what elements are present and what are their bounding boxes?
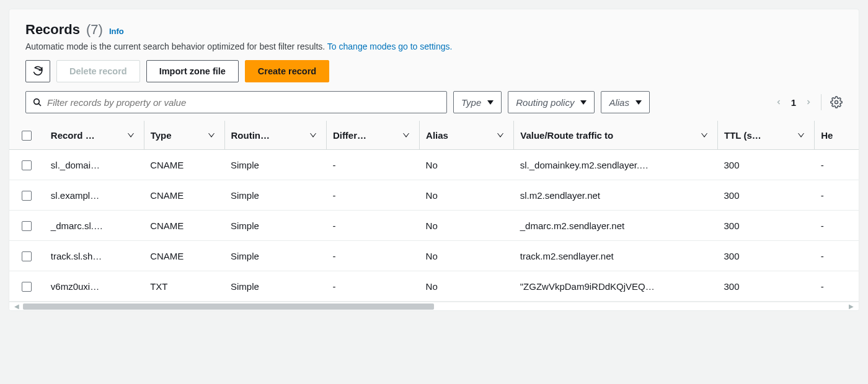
chevron-down-icon <box>487 100 494 105</box>
col-ttl[interactable]: TTL (s… <box>718 121 815 150</box>
row-checkbox[interactable] <box>22 282 32 292</box>
cell-alias: No <box>420 241 514 271</box>
refresh-icon <box>32 66 43 77</box>
svg-point-2 <box>835 101 838 104</box>
filter-icon <box>403 133 409 137</box>
row-checkbox[interactable] <box>22 160 32 170</box>
subtitle-text: Automatic mode is the current search beh… <box>25 41 327 51</box>
cell-differentiator: - <box>326 180 419 211</box>
cell-differentiator: - <box>326 271 419 302</box>
cell-routing: Simple <box>224 211 326 241</box>
title-row: Records (7) Info <box>25 22 843 38</box>
cell-health: - <box>815 211 859 241</box>
table-row[interactable]: _dmarc.sl.…CNAMESimple-No_dmarc.m2.sendl… <box>9 211 859 241</box>
cell-routing: Simple <box>224 271 326 302</box>
cell-value: track.m2.sendlayer.net <box>514 241 718 271</box>
cell-alias: No <box>420 271 514 302</box>
actions-row: Delete record Import zone file Create re… <box>25 60 843 82</box>
type-filter-label: Type <box>461 97 481 108</box>
table-body: sl._domai…CNAMESimple-Nosl._domainkey.m2… <box>9 150 859 302</box>
search-input[interactable] <box>47 97 440 108</box>
cell-record-name: sl.exampl… <box>45 180 144 211</box>
chevron-down-icon <box>580 100 587 105</box>
cell-record-name: track.sl.sh… <box>45 241 144 271</box>
delete-record-button: Delete record <box>56 60 140 82</box>
cell-type: TXT <box>144 271 224 302</box>
chevron-left-icon <box>775 97 782 108</box>
table-row[interactable]: sl._domai…CNAMESimple-Nosl._domainkey.m2… <box>9 150 859 180</box>
col-differentiator[interactable]: Differ… <box>326 121 419 150</box>
settings-button[interactable] <box>830 96 843 108</box>
subtitle: Automatic mode is the current search beh… <box>25 41 843 51</box>
type-filter[interactable]: Type <box>453 91 502 113</box>
search-box[interactable] <box>25 91 447 113</box>
cell-health: - <box>815 180 859 211</box>
col-health[interactable]: He <box>815 121 859 150</box>
scroll-left-icon: ◀ <box>14 303 20 310</box>
cell-ttl: 300 <box>718 271 815 302</box>
scrollbar-thumb[interactable] <box>23 303 434 310</box>
table-header-row: Record … Type Routin… Differ… Alias Valu… <box>9 121 859 150</box>
table-container: Record … Type Routin… Differ… Alias Valu… <box>9 121 859 302</box>
cell-type: CNAME <box>144 180 224 211</box>
table-row[interactable]: sl.exampl…CNAMESimple-Nosl.m2.sendlayer.… <box>9 180 859 211</box>
cell-ttl: 300 <box>718 180 815 211</box>
page-number: 1 <box>791 97 796 108</box>
cell-type: CNAME <box>144 211 224 241</box>
settings-link[interactable]: To change modes go to settings. <box>327 41 453 51</box>
cell-alias: No <box>420 150 514 180</box>
divider <box>821 94 822 110</box>
record-count: (7) <box>86 22 103 38</box>
filter-icon <box>128 133 134 137</box>
alias-filter-label: Alias <box>609 97 629 108</box>
search-icon <box>32 97 42 107</box>
row-checkbox[interactable] <box>22 191 32 201</box>
horizontal-scrollbar[interactable]: ◀ ▶ <box>9 302 859 310</box>
col-alias[interactable]: Alias <box>420 121 514 150</box>
import-zone-button[interactable]: Import zone file <box>146 60 239 82</box>
cell-health: - <box>815 241 859 271</box>
col-record-name[interactable]: Record … <box>45 121 144 150</box>
filter-icon <box>208 133 215 137</box>
cell-routing: Simple <box>224 150 326 180</box>
filter-icon <box>497 133 503 137</box>
cell-record-name: sl._domai… <box>45 150 144 180</box>
panel-header: Records (7) Info Automatic mode is the c… <box>9 9 859 121</box>
col-routing[interactable]: Routin… <box>224 121 326 150</box>
cell-health: - <box>815 150 859 180</box>
chevron-down-icon <box>636 100 642 105</box>
svg-line-1 <box>38 103 41 106</box>
cell-type: CNAME <box>144 150 224 180</box>
info-link[interactable]: Info <box>109 27 124 36</box>
pagination: 1 <box>775 94 843 110</box>
cell-record-name: v6mz0uxi… <box>45 271 144 302</box>
cell-ttl: 300 <box>718 241 815 271</box>
alias-filter[interactable]: Alias <box>601 91 650 113</box>
cell-alias: No <box>420 180 514 211</box>
filter-icon <box>798 133 804 137</box>
next-page-button[interactable] <box>805 97 812 108</box>
cell-routing: Simple <box>224 241 326 271</box>
col-type[interactable]: Type <box>144 121 224 150</box>
table-row[interactable]: track.sl.sh…CNAMESimple-Notrack.m2.sendl… <box>9 241 859 271</box>
col-value[interactable]: Value/Route traffic to <box>514 121 718 150</box>
create-record-button[interactable]: Create record <box>245 60 329 82</box>
table-row[interactable]: v6mz0uxi…TXTSimple-No"ZGZwVkpDam9iRDdKQj… <box>9 271 859 302</box>
svg-point-0 <box>34 99 40 105</box>
page-title: Records <box>25 22 80 38</box>
routing-filter[interactable]: Routing policy <box>508 91 595 113</box>
cell-ttl: 300 <box>718 150 815 180</box>
cell-differentiator: - <box>326 211 419 241</box>
row-checkbox[interactable] <box>22 251 32 261</box>
cell-alias: No <box>420 211 514 241</box>
row-checkbox[interactable] <box>22 221 32 231</box>
prev-page-button[interactable] <box>775 97 782 108</box>
cell-health: - <box>815 271 859 302</box>
refresh-button[interactable] <box>25 60 50 82</box>
scroll-right-icon: ▶ <box>848 303 854 310</box>
routing-filter-label: Routing policy <box>516 97 574 108</box>
select-all-checkbox[interactable] <box>22 131 32 141</box>
cell-differentiator: - <box>326 150 419 180</box>
cell-type: CNAME <box>144 241 224 271</box>
gear-icon <box>830 96 843 108</box>
